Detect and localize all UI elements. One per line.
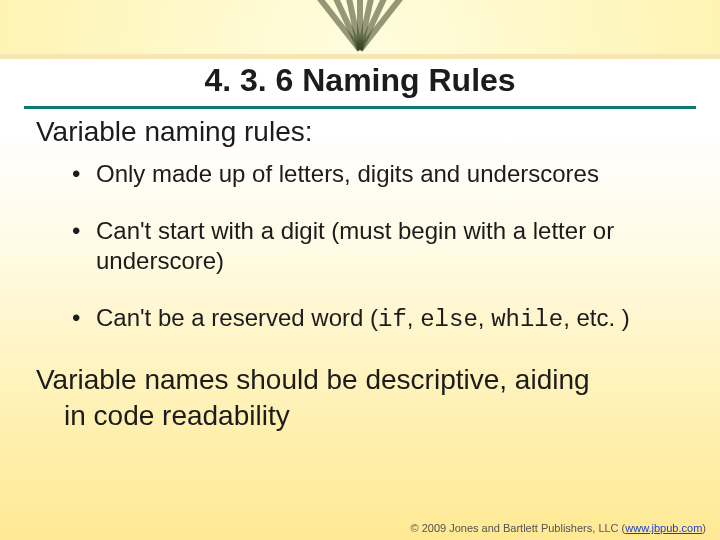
slide: 4. 3. 6 Naming Rules Variable naming rul… bbox=[0, 0, 720, 540]
content-area: Variable naming rules: Only made up of l… bbox=[36, 114, 690, 435]
title-underline bbox=[24, 106, 696, 109]
bullet-tail: etc. ) bbox=[570, 304, 630, 331]
closing-line: in code readability bbox=[36, 398, 690, 434]
separator: , bbox=[407, 304, 420, 331]
bullet-text: Can't be a reserved word ( bbox=[96, 304, 378, 331]
banner-decor bbox=[0, 0, 720, 54]
footer: © 2009 Jones and Bartlett Publishers, LL… bbox=[411, 522, 707, 534]
separator: , bbox=[563, 304, 570, 331]
code-keyword: while bbox=[491, 306, 563, 333]
bullet-text: Can't start with a digit (must begin wit… bbox=[96, 217, 614, 275]
banner-divider bbox=[0, 54, 720, 59]
code-keyword: else bbox=[420, 306, 478, 333]
bullet-item: Can't be a reserved word (if, else, whil… bbox=[66, 303, 690, 336]
slide-title: 4. 3. 6 Naming Rules bbox=[0, 62, 720, 99]
bullet-item: Can't start with a digit (must begin wit… bbox=[66, 216, 690, 277]
bullet-item: Only made up of letters, digits and unde… bbox=[66, 159, 690, 190]
footer-suffix: ) bbox=[702, 522, 706, 534]
intro-heading: Variable naming rules: bbox=[36, 114, 690, 149]
footer-prefix: © 2009 Jones and Bartlett Publishers, LL… bbox=[411, 522, 626, 534]
separator: , bbox=[478, 304, 491, 331]
footer-link[interactable]: www.jbpub.com bbox=[625, 522, 702, 534]
bullet-list: Only made up of letters, digits and unde… bbox=[66, 159, 690, 336]
closing-line: Variable names should be descriptive, ai… bbox=[36, 364, 590, 395]
bullet-text: Only made up of letters, digits and unde… bbox=[96, 160, 599, 187]
closing-text: Variable names should be descriptive, ai… bbox=[36, 362, 690, 435]
code-keyword: if bbox=[378, 306, 407, 333]
